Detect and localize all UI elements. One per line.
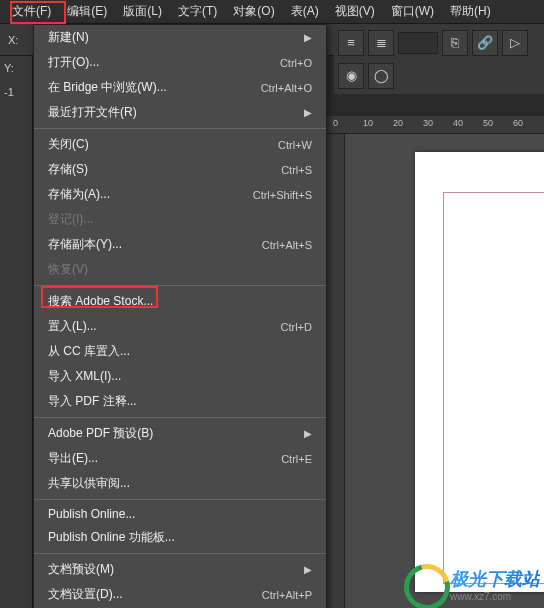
menu-item-label: 恢复(V): [48, 261, 312, 278]
menu-separator: [34, 128, 326, 129]
menu-item-label: 导入 XML(I)...: [48, 368, 312, 385]
watermark-url: www.xz7.com: [450, 591, 540, 602]
page-margin-guide: [443, 192, 544, 584]
menu-item-shortcut: Ctrl+S: [281, 164, 312, 176]
menu-item[interactable]: Publish Online 功能板...: [34, 525, 326, 550]
menu-item-label: Adobe PDF 预设(B): [48, 425, 298, 442]
ruler-horizontal: 0 10 20 30 40 50 60: [327, 116, 544, 134]
menu-item[interactable]: 存储为(A)...Ctrl+Shift+S: [34, 182, 326, 207]
left-dash: -1: [0, 80, 32, 104]
watermark-logo-icon: [404, 564, 444, 604]
menu-item-label: 登记(I)...: [48, 211, 312, 228]
menu-item[interactable]: 在 Bridge 中浏览(W)...Ctrl+Alt+O: [34, 75, 326, 100]
justify-icon[interactable]: ≣: [368, 30, 394, 56]
menu-item[interactable]: 导出(E)...Ctrl+E: [34, 446, 326, 471]
menu-item-shortcut: Ctrl+E: [281, 453, 312, 465]
menu-item-label: 打开(O)...: [48, 54, 260, 71]
link-icon[interactable]: ⎘: [442, 30, 468, 56]
menu-item[interactable]: 导入 XML(I)...: [34, 364, 326, 389]
menu-item[interactable]: 最近打开文件(R)▶: [34, 100, 326, 125]
watermark: 极光下载站 www.xz7.com: [404, 564, 540, 604]
menu-layout[interactable]: 版面(L): [115, 0, 170, 23]
menu-item[interactable]: Publish Online...: [34, 503, 326, 525]
menu-object[interactable]: 对象(O): [225, 0, 282, 23]
menu-item-label: 关闭(C): [48, 136, 258, 153]
menu-item-shortcut: Ctrl+Shift+S: [253, 189, 312, 201]
menu-item[interactable]: 存储(S)Ctrl+S: [34, 157, 326, 182]
ruler-tick: 40: [453, 118, 463, 128]
chain-icon[interactable]: 🔗: [472, 30, 498, 56]
canvas[interactable]: [345, 134, 544, 608]
menu-item-label: 搜索 Adobe Stock...: [48, 293, 312, 310]
align-icon[interactable]: ≡: [338, 30, 364, 56]
coord-y-label: Y:: [0, 56, 32, 80]
document-page[interactable]: [415, 152, 544, 592]
menu-item[interactable]: 导入 PDF 注释...: [34, 389, 326, 414]
menubar: 文件(F) 编辑(E) 版面(L) 文字(T) 对象(O) 表(A) 视图(V)…: [0, 0, 544, 24]
menu-item-label: 存储(S): [48, 161, 261, 178]
ruler-tick: 60: [513, 118, 523, 128]
menu-item[interactable]: 从 CC 库置入...: [34, 339, 326, 364]
menu-item-label: 文档设置(D)...: [48, 586, 242, 603]
menu-edit[interactable]: 编辑(E): [59, 0, 115, 23]
submenu-arrow-icon: ▶: [304, 564, 312, 575]
ruler-tick: 30: [423, 118, 433, 128]
menu-item[interactable]: 关闭(C)Ctrl+W: [34, 132, 326, 157]
ruler-tick: 50: [483, 118, 493, 128]
menu-help[interactable]: 帮助(H): [442, 0, 499, 23]
value-field-1[interactable]: [398, 32, 438, 54]
left-toolbar: Y: -1: [0, 56, 33, 608]
menu-item-shortcut: Ctrl+W: [278, 139, 312, 151]
menu-item-label: Publish Online 功能板...: [48, 529, 312, 546]
menu-item-label: 新建(N): [48, 29, 298, 46]
menu-item-label: 导出(E)...: [48, 450, 261, 467]
menu-item[interactable]: 置入(L)...Ctrl+D: [34, 314, 326, 339]
menu-item-label: 置入(L)...: [48, 318, 261, 335]
menu-item-shortcut: Ctrl+D: [281, 321, 312, 333]
menu-item-label: 存储为(A)...: [48, 186, 233, 203]
menu-item-label: 从 CC 库置入...: [48, 343, 312, 360]
menu-item: 登记(I)...: [34, 207, 326, 232]
file-menu-dropdown: 新建(N)▶打开(O)...Ctrl+O在 Bridge 中浏览(W)...Ct…: [33, 24, 327, 608]
menu-view[interactable]: 视图(V): [327, 0, 383, 23]
ruler-tick: 10: [363, 118, 373, 128]
menu-item[interactable]: 共享以供审阅...: [34, 471, 326, 496]
play-icon[interactable]: ▷: [502, 30, 528, 56]
ruler-tick: 20: [393, 118, 403, 128]
menu-item-label: 在 Bridge 中浏览(W)...: [48, 79, 241, 96]
menu-item[interactable]: 存储副本(Y)...Ctrl+Alt+S: [34, 232, 326, 257]
menu-item-shortcut: Ctrl+O: [280, 57, 312, 69]
menu-item[interactable]: 打开(O)...Ctrl+O: [34, 50, 326, 75]
ruler-tick: 0: [333, 118, 338, 128]
menu-item[interactable]: 新建(N)▶: [34, 25, 326, 50]
menu-item[interactable]: 搜索 Adobe Stock...: [34, 289, 326, 314]
menu-item-label: Publish Online...: [48, 507, 312, 521]
menu-separator: [34, 499, 326, 500]
menu-item-label: 存储副本(Y)...: [48, 236, 242, 253]
menu-item-shortcut: Ctrl+Alt+S: [262, 239, 312, 251]
menu-table[interactable]: 表(A): [283, 0, 327, 23]
menu-separator: [34, 285, 326, 286]
menu-item[interactable]: 文档设置(D)...Ctrl+Alt+P: [34, 582, 326, 607]
coord-x-label: X:: [8, 34, 18, 46]
menu-item[interactable]: 文档预设(M)▶: [34, 557, 326, 582]
menu-window[interactable]: 窗口(W): [383, 0, 442, 23]
tool-icon-a[interactable]: [0, 104, 32, 130]
oval-icon[interactable]: ◯: [368, 63, 394, 89]
menu-file[interactable]: 文件(F): [4, 0, 59, 23]
menu-item-label: 共享以供审阅...: [48, 475, 312, 492]
menu-item-label: 导入 PDF 注释...: [48, 393, 312, 410]
menu-item-label: 最近打开文件(R): [48, 104, 298, 121]
options-bar: ≡ ≣ ⎘ 🔗 ▷ ◉ ◯: [334, 24, 544, 94]
menu-separator: [34, 553, 326, 554]
menu-item[interactable]: Adobe PDF 预设(B)▶: [34, 421, 326, 446]
eye-icon[interactable]: ◉: [338, 63, 364, 89]
menu-type[interactable]: 文字(T): [170, 0, 225, 23]
tool-icon-b[interactable]: [0, 130, 32, 156]
watermark-brand: 极光下载站: [450, 569, 540, 589]
menu-item-shortcut: Ctrl+Alt+O: [261, 82, 312, 94]
menu-item-label: 文档预设(M): [48, 561, 298, 578]
submenu-arrow-icon: ▶: [304, 32, 312, 43]
menu-item: 恢复(V): [34, 257, 326, 282]
submenu-arrow-icon: ▶: [304, 107, 312, 118]
